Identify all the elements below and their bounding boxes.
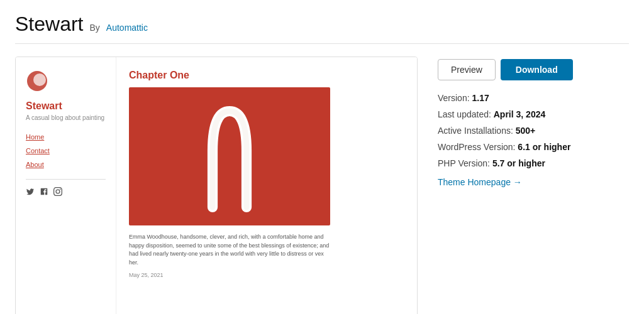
by-label: By [89,23,99,33]
svg-point-1 [33,73,46,86]
installs-value: 500+ [516,126,536,136]
page-wrapper: Stewart By Automattic Stewart A casual b… [0,0,644,314]
list-item: Contact [26,145,106,155]
theme-homepage-link[interactable]: Theme Homepage → [438,177,522,187]
list-item: About [26,159,106,169]
theme-title: Stewart [15,13,83,36]
preview-sidebar: Stewart A casual blog about painting Hom… [16,57,116,314]
nav-link-home[interactable]: Home [26,133,44,141]
php-version-value: 5.7 or higher [492,158,545,168]
preview-divider [26,179,106,180]
last-updated-value: April 3, 2024 [494,109,546,119]
painting-arch-icon [192,100,267,213]
preview-main-content: Chapter One Emma Woodhouse, handsome, cl… [116,57,417,314]
installs-label: Active Installations: [438,126,513,136]
info-rows: Version: 1.17 Last updated: April 3, 202… [438,93,629,187]
homepage-link-row: Theme Homepage → [438,175,629,187]
twitter-icon [26,187,35,198]
facebook-icon [40,187,48,198]
php-version-row: PHP Version: 5.7 or higher [438,158,629,168]
author-link[interactable]: Automattic [106,23,148,33]
download-button[interactable]: Download [501,59,573,80]
preview-post-body: Emma Woodhouse, handsome, clever, and ri… [129,233,330,267]
info-panel: Preview Download Version: 1.17 Last upda… [438,57,629,187]
instagram-icon [53,187,62,198]
nav-link-contact[interactable]: Contact [26,147,50,154]
preview-nav: Home Contact About [26,131,106,169]
preview-post-date: May 25, 2021 [129,272,404,278]
action-buttons: Preview Download [438,59,629,80]
theme-header: Stewart By Automattic [15,13,629,44]
php-version-label: PHP Version: [438,158,490,168]
preview-button[interactable]: Preview [438,59,496,80]
preview-logo-icon [26,70,48,92]
wp-version-value: 6.1 or higher [518,142,570,152]
preview-post-title: Chapter One [129,70,404,81]
last-updated-label: Last updated: [438,109,491,119]
main-content: Stewart A casual blog about painting Hom… [15,57,629,314]
last-updated-row: Last updated: April 3, 2024 [438,109,629,119]
version-value: 1.17 [472,93,489,103]
installs-row: Active Installations: 500+ [438,126,629,136]
preview-social [26,187,106,198]
nav-link-about[interactable]: About [26,161,44,168]
list-item: Home [26,131,106,141]
preview-painting-image [129,87,330,225]
theme-preview-inner: Stewart A casual blog about painting Hom… [16,57,417,314]
preview-site-title: Stewart [26,100,106,112]
preview-tagline: A casual blog about painting [26,114,106,121]
wp-version-row: WordPress Version: 6.1 or higher [438,142,629,152]
preview-panel: Stewart A casual blog about painting Hom… [15,57,418,314]
wp-version-label: WordPress Version: [438,142,515,152]
version-label: Version: [438,93,470,103]
version-row: Version: 1.17 [438,93,629,103]
